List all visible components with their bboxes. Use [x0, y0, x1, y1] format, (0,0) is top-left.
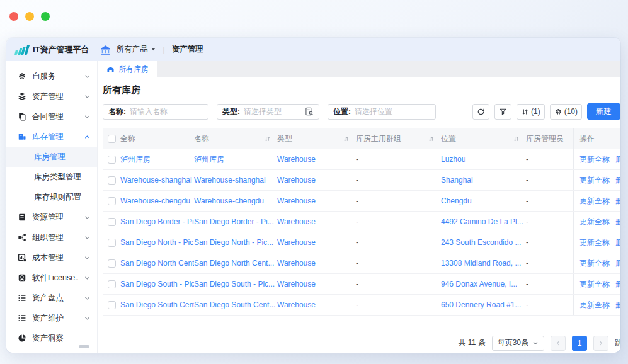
document-search-icon[interactable] — [305, 107, 314, 116]
cell-full_name[interactable]: Warehouse-shanghai — [120, 170, 194, 190]
sort-icon[interactable] — [264, 135, 271, 142]
tab-all-warehouses[interactable]: 所有库房 — [98, 61, 157, 77]
sidebar-item-3[interactable]: 库存管理 — [6, 127, 97, 147]
cell-full_name[interactable]: 泸州库房 — [120, 149, 194, 169]
sidebar-item-2[interactable]: 合同管理 — [6, 106, 97, 127]
type-filter[interactable]: 类型: — [217, 104, 319, 120]
cell-name[interactable]: San Diego South - Pic... — [194, 274, 277, 294]
column-header-4[interactable]: 位置 — [441, 128, 526, 149]
row-checkbox[interactable] — [108, 176, 116, 185]
cell-full_name[interactable]: San Diego Border - Pi... — [120, 212, 194, 232]
location-filter[interactable]: 位置: — [328, 104, 436, 120]
create-button[interactable]: 新建 — [587, 103, 620, 120]
row-checkbox[interactable] — [108, 301, 116, 309]
sort-icon[interactable] — [513, 135, 520, 142]
update-fullname-action[interactable]: 更新全称 — [579, 217, 610, 227]
sidebar-item-7[interactable]: 软件License... — [6, 268, 97, 288]
delete-action[interactable]: 删除 — [615, 175, 620, 186]
cell-full_name[interactable]: Warehouse-chengdu — [120, 191, 194, 211]
update-fullname-action[interactable]: 更新全称 — [579, 279, 610, 290]
delete-action[interactable]: 删除 — [615, 196, 620, 207]
cell-type[interactable]: Warehouse — [277, 274, 356, 294]
filter-button[interactable] — [494, 104, 511, 120]
cell-location[interactable]: Shanghai — [441, 170, 526, 190]
minimize-button[interactable] — [25, 12, 34, 21]
sidebar-subitem-3-1[interactable]: 库房类型管理 — [6, 167, 97, 187]
sort-button[interactable]: (1) — [517, 104, 545, 120]
row-checkbox[interactable] — [108, 239, 116, 247]
cell-type[interactable]: Warehouse — [277, 170, 356, 190]
cell-location[interactable]: Luzhou — [441, 149, 526, 169]
delete-action[interactable]: 删除 — [615, 258, 620, 269]
cell-location[interactable]: 650 Dennery Road #1... — [441, 295, 526, 315]
sidebar-subitem-3-0[interactable]: 库房管理 — [6, 147, 97, 167]
cell-type[interactable]: Warehouse — [277, 253, 356, 273]
sidebar-item-9[interactable]: 资产维护 — [6, 308, 97, 328]
row-checkbox[interactable] — [108, 197, 116, 205]
row-checkbox[interactable] — [108, 218, 116, 226]
cell-full_name[interactable]: San Diego South - Pic... — [120, 274, 194, 294]
cell-full_name[interactable]: San Diego North Cent... — [120, 253, 194, 273]
select-all-checkbox[interactable] — [108, 135, 116, 143]
sidebar-item-8[interactable]: 资产盘点 — [6, 288, 97, 308]
delete-action[interactable]: 删除 — [615, 237, 620, 248]
sort-icon[interactable] — [428, 135, 435, 142]
sidebar-item-6[interactable]: 成本管理 — [6, 247, 97, 268]
update-fullname-action[interactable]: 更新全称 — [579, 154, 610, 165]
column-header-3[interactable]: 库房主用群组 — [356, 128, 441, 149]
delete-action[interactable]: 删除 — [615, 279, 620, 290]
cell-location[interactable]: 946 Donax Avenue, I... — [441, 274, 526, 294]
column-header-1[interactable]: 名称 — [194, 128, 277, 149]
cell-type[interactable]: Warehouse — [277, 191, 356, 211]
update-fullname-action[interactable]: 更新全称 — [579, 196, 610, 207]
zoom-button[interactable] — [41, 12, 50, 21]
product-switcher[interactable]: 所有产品 — [117, 44, 156, 55]
cell-name[interactable]: Warehouse-chengdu — [194, 191, 277, 211]
cell-location[interactable]: 13308 Midland Road, ... — [441, 253, 526, 273]
refresh-button[interactable] — [472, 104, 489, 120]
location-filter-input[interactable] — [355, 107, 430, 116]
sidebar-item-4[interactable]: 资源管理 — [6, 207, 97, 227]
row-checkbox[interactable] — [108, 280, 116, 288]
name-filter[interactable]: 名称: — [103, 104, 208, 120]
row-checkbox[interactable] — [108, 156, 116, 164]
delete-action[interactable]: 删除 — [615, 154, 620, 165]
update-fullname-action[interactable]: 更新全称 — [579, 237, 610, 248]
sidebar-collapse-handle[interactable] — [79, 345, 89, 348]
cell-type[interactable]: Warehouse — [277, 232, 356, 253]
cell-location[interactable]: 4492 Camino De La Pl... — [441, 212, 526, 232]
type-filter-input[interactable] — [244, 107, 302, 116]
cell-name[interactable]: 泸州库房 — [194, 149, 277, 169]
name-filter-input[interactable] — [130, 107, 203, 116]
column-header-2[interactable]: 类型 — [277, 128, 356, 149]
next-page-button[interactable] — [593, 336, 608, 351]
page-1-button[interactable]: 1 — [572, 336, 587, 351]
cell-location[interactable]: Chengdu — [441, 191, 526, 211]
sort-icon[interactable] — [343, 135, 350, 142]
cell-name[interactable]: San Diego Border - Pi... — [194, 212, 277, 232]
close-button[interactable] — [9, 12, 18, 21]
update-fullname-action[interactable]: 更新全称 — [579, 175, 610, 186]
cell-full_name[interactable]: San Diego South Cent... — [120, 295, 194, 315]
cell-name[interactable]: San Diego South Cent... — [194, 295, 277, 315]
sidebar-subitem-3-2[interactable]: 库存规则配置 — [6, 187, 97, 207]
sidebar-item-0[interactable]: 自服务 — [6, 66, 97, 86]
cell-full_name[interactable]: San Diego North - Pic... — [120, 232, 194, 253]
cell-type[interactable]: Warehouse — [277, 149, 356, 169]
cell-type[interactable]: Warehouse — [277, 212, 356, 232]
row-checkbox[interactable] — [108, 259, 116, 268]
delete-action[interactable]: 删除 — [615, 300, 620, 310]
prev-page-button[interactable] — [551, 336, 566, 351]
update-fullname-action[interactable]: 更新全称 — [579, 300, 610, 310]
cell-name[interactable]: Warehouse-shanghai — [194, 170, 277, 190]
delete-action[interactable]: 删除 — [615, 217, 620, 227]
update-fullname-action[interactable]: 更新全称 — [579, 258, 610, 269]
column-settings-button[interactable]: (10) — [550, 104, 582, 120]
sidebar-item-5[interactable]: 组织管理 — [6, 227, 97, 247]
cell-name[interactable]: San Diego North - Pic... — [194, 232, 277, 253]
cell-name[interactable]: San Diego North Cent... — [194, 253, 277, 273]
cell-type[interactable]: Warehouse — [277, 295, 356, 315]
page-size-select[interactable]: 每页30条 — [492, 336, 544, 351]
sidebar-item-1[interactable]: 资产管理 — [6, 86, 97, 106]
cell-location[interactable]: 243 South Escondido ... — [441, 232, 526, 253]
